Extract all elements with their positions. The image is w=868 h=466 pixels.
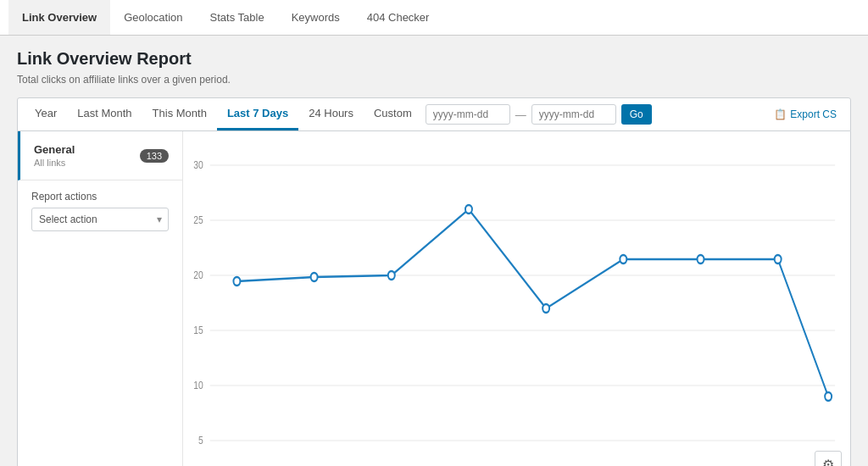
export-icon: 📋 bbox=[774, 108, 787, 120]
y-label-10: 10 bbox=[193, 379, 203, 391]
go-button[interactable]: Go bbox=[621, 104, 652, 125]
tab-link-overview[interactable]: Link Overview bbox=[8, 0, 110, 35]
chart-point-5 bbox=[542, 304, 549, 313]
custom-date-range: — Go bbox=[422, 99, 655, 130]
period-tab-this-month[interactable]: This Month bbox=[142, 98, 217, 130]
chart-point-4 bbox=[465, 205, 472, 214]
period-tabs-bar: Year Last Month This Month Last 7 Days 2… bbox=[17, 97, 851, 131]
gear-icon: ⚙ bbox=[822, 457, 834, 467]
chart-point-3 bbox=[388, 271, 395, 280]
chart-point-6 bbox=[620, 255, 626, 264]
period-tab-year[interactable]: Year bbox=[25, 98, 67, 130]
page-title: Link Overview Report bbox=[17, 49, 851, 69]
tab-geolocation[interactable]: Geolocation bbox=[110, 0, 196, 35]
date-to-input[interactable] bbox=[531, 104, 616, 125]
sidebar-item-subtitle: All links bbox=[34, 158, 75, 168]
y-label-15: 15 bbox=[193, 324, 203, 336]
period-tab-last-7-days[interactable]: Last 7 Days bbox=[217, 98, 298, 130]
export-label: Export CS bbox=[790, 108, 837, 120]
y-label-20: 20 bbox=[193, 269, 203, 280]
tab-keywords[interactable]: Keywords bbox=[278, 0, 353, 35]
chart-point-7 bbox=[698, 255, 704, 264]
y-label-25: 25 bbox=[193, 214, 203, 225]
sidebar: General All links 133 Report actions Sel… bbox=[18, 131, 183, 466]
sidebar-item-general[interactable]: General All links 133 bbox=[18, 131, 182, 180]
chart-area: 30 25 20 15 10 5 bbox=[183, 131, 850, 466]
line-chart: 30 25 20 15 10 5 bbox=[183, 140, 842, 462]
chart-point-8 bbox=[775, 255, 782, 264]
date-from-input[interactable] bbox=[426, 104, 510, 125]
chart-line bbox=[236, 209, 828, 397]
action-select-wrapper: Select action Export CSV Print bbox=[31, 208, 169, 231]
y-label-5: 5 bbox=[198, 434, 203, 446]
sidebar-item-title: General bbox=[34, 143, 75, 156]
top-navigation: Link Overview Geolocation Stats Table Ke… bbox=[0, 0, 868, 36]
sidebar-item-badge: 133 bbox=[140, 149, 169, 163]
chart-point-9 bbox=[825, 392, 832, 401]
report-actions-label: Report actions bbox=[31, 191, 169, 202]
tab-404-checker[interactable]: 404 Checker bbox=[353, 0, 443, 35]
main-panel: General All links 133 Report actions Sel… bbox=[17, 131, 851, 466]
report-actions-panel: Report actions Select action Export CSV … bbox=[18, 180, 182, 241]
chart-point-1 bbox=[233, 277, 240, 286]
chart-point-2 bbox=[311, 273, 318, 281]
export-csv-button[interactable]: 📋 Export CS bbox=[767, 105, 843, 124]
action-select[interactable]: Select action Export CSV Print bbox=[31, 208, 169, 231]
y-label-30: 30 bbox=[193, 158, 203, 170]
period-tab-last-month[interactable]: Last Month bbox=[67, 98, 142, 130]
content-area: Link Overview Report Total clicks on aff… bbox=[0, 36, 868, 466]
page-subtitle: Total clicks on affiliate links over a g… bbox=[17, 74, 851, 86]
period-tab-custom[interactable]: Custom bbox=[364, 98, 422, 130]
date-range-dash: — bbox=[515, 108, 526, 121]
gear-button[interactable]: ⚙ bbox=[815, 451, 842, 466]
tab-stats-table[interactable]: Stats Table bbox=[197, 0, 278, 35]
period-tab-24-hours[interactable]: 24 Hours bbox=[298, 98, 364, 130]
